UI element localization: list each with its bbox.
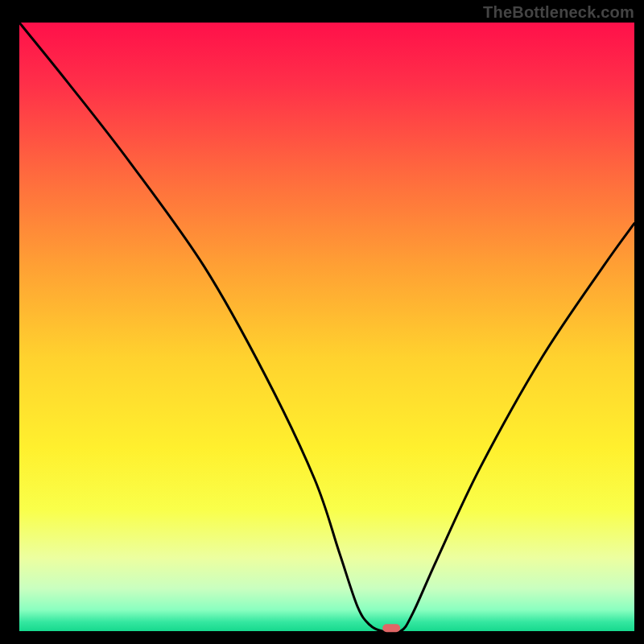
watermark-text: TheBottleneck.com [483, 3, 634, 22]
bottleneck-chart [0, 0, 644, 644]
chart-container: TheBottleneck.com [0, 0, 644, 644]
plot-background [19, 23, 634, 631]
optimal-point-marker [382, 624, 400, 632]
